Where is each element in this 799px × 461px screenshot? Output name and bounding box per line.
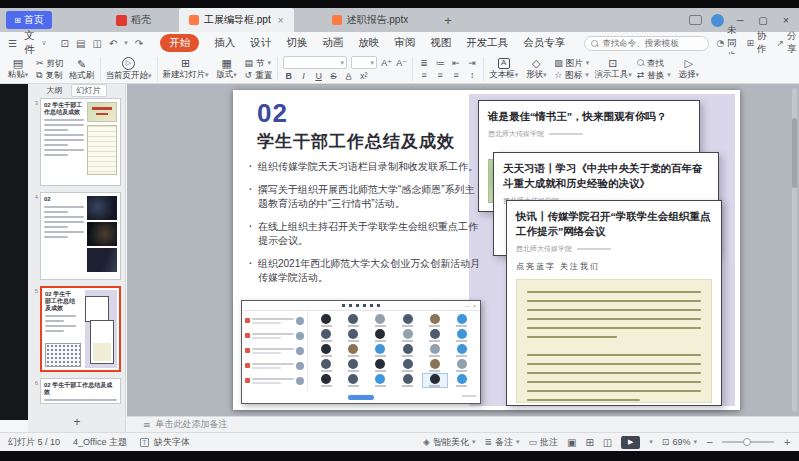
layout-icon: ▦ [221,57,231,69]
italic-button[interactable]: I [298,71,309,81]
preview-icon[interactable]: ◫ [92,38,101,49]
comments-toggle[interactable]: ▭ 批注 [529,436,559,449]
section-button[interactable]: ▤节▾ [245,58,273,68]
picture-button[interactable]: ▨图片▾ [554,58,589,68]
ribbon-tab-devtools[interactable]: 开发工具 [466,36,508,50]
bullet-list-icon[interactable]: ≣ [418,58,430,68]
reset-button[interactable]: ↺重置 [245,70,273,80]
beautify-button[interactable]: ◈ 智能美化▾ [423,436,475,449]
slide-thumbnail[interactable]: 3 02 学生干部工作总结及成效 [29,98,125,186]
select-button[interactable]: ▷ 选择▾ [676,57,702,80]
file-menu[interactable]: 文件 [24,29,35,57]
zoom-out-button[interactable]: − [706,437,714,447]
ribbon-tab-slideshow[interactable]: 放映 [358,36,379,50]
ribbon-tab-transition[interactable]: 切换 [286,36,307,50]
font-size-select[interactable]: ▾ [351,56,377,69]
divider [483,57,484,81]
align-center-icon[interactable]: ≡ [434,70,446,80]
missing-font-warning[interactable]: T 缺失字体 [140,436,190,449]
font-color-icon[interactable]: A̲ [343,71,354,81]
home-tab[interactable]: ⊞ 首页 [6,11,52,29]
command-search[interactable] [584,36,709,51]
font-family-select[interactable]: ▾ [283,56,347,69]
play-from-current-button[interactable]: ▷ 当前页开始▾ [106,57,152,81]
align-left-icon[interactable]: ≡ [418,70,430,80]
group-members-screenshot[interactable]: — × [241,300,481,404]
slide-thumbnail-selected[interactable]: 5 02 学生干部工作总结及成效 [29,286,125,372]
star-icon: ☆ [554,70,562,80]
collaborate-button[interactable]: ⊞ 协作 [747,30,767,56]
strikethrough-button[interactable]: S [328,71,339,81]
increase-indent-icon[interactable]: ⇥ [466,58,478,68]
hamburger-icon[interactable]: ☰ [8,38,17,49]
add-slide-button[interactable]: + [28,414,126,430]
ribbon-tab-home[interactable]: 开始 [160,34,199,52]
text-box-button[interactable]: A 文本框▾ [489,58,518,80]
number-list-icon[interactable]: ≔ [434,58,446,68]
decrease-indent-icon[interactable]: ⇤ [450,58,462,68]
caret-icon[interactable]: ▾ [124,39,128,47]
increase-font-icon[interactable]: A⁺ [381,58,392,68]
current-slide[interactable]: 02 学生干部工作总结及成效 组织传媒学院天天习语栏目录制和收发联系工作。 撰写… [233,90,740,410]
article-card[interactable]: 快讯丨传媒学院召开“学联学生会组织重点工作提示”网络会议 西北师大传媒学院 点亮… [506,200,722,406]
slide-title[interactable]: 学生干部工作总结及成效 [257,130,455,153]
member-badge-icon[interactable] [689,15,702,25]
screenshot-placeholder [45,343,81,367]
select-cursor-icon: ▷ [685,57,693,69]
replace-button[interactable]: ⇄替换▾ [637,70,671,80]
slide-thumbnail[interactable]: 4 02 [29,192,125,280]
ribbon-tab-animation[interactable]: 动画 [322,36,343,50]
new-tab-button[interactable]: + [444,13,452,28]
superscript-icon[interactable]: x² [358,71,369,81]
divider [157,57,158,81]
shape-button[interactable]: ◇ 形状▾ [523,57,549,80]
document-tab[interactable]: 述职报告.pptx [322,8,419,32]
present-tools-button[interactable]: ⊡ 演示工具▾ [594,57,632,80]
layout-button[interactable]: ▦ 版式▾ [214,57,240,80]
zoom-in-button[interactable]: + [783,437,791,447]
ribbon-tab-view[interactable]: 视图 [430,36,451,50]
outline-tab[interactable]: 大纲 [47,85,63,96]
save-icon[interactable]: ⊡ [61,38,69,49]
slide-sorter-view-icon[interactable]: ⊞ [585,437,593,448]
ribbon-tab-review[interactable]: 审阅 [394,36,415,50]
document-tab-active[interactable]: 工展编导框.ppt × [179,8,294,32]
find-button[interactable]: 查找 [637,58,671,68]
paste-button[interactable]: ▤ 粘贴▾ [5,57,31,80]
slides-tab[interactable]: 幻灯片 [71,84,107,97]
normal-view-icon[interactable]: ▣ [567,437,576,448]
vertical-scrollbar[interactable] [792,88,797,412]
decrease-font-icon[interactable]: A⁻ [396,58,407,68]
slide-bullet-list[interactable]: 组织传媒学院天天习语栏目录制和收发联系工作。 撰写关于组织开展西北师范大学“感念… [249,160,483,294]
notes-toggle[interactable]: ≣ 备注▾ [484,436,519,449]
bold-button[interactable]: B [283,71,294,81]
zoom-slider[interactable] [722,441,774,443]
ribbon-tab-insert[interactable]: 插入 [214,36,235,50]
align-right-icon[interactable]: ≡ [450,70,462,80]
slideshow-play-button[interactable]: ▶ [621,436,640,449]
caret-icon[interactable]: ▾ [649,438,653,446]
zoom-level[interactable]: ⊡ 69%▾ [662,437,697,447]
slide-thumbnail[interactable]: 6 02 学生干部工作总结及成效 [29,378,125,404]
reading-view-icon[interactable]: ◫ [603,437,612,448]
theme-label[interactable]: 4_Office 主题 [73,436,127,449]
zoom-slider-knob[interactable] [743,438,751,446]
format-painter-button[interactable]: ✎ 格式刷 [69,58,95,80]
close-tab-icon[interactable]: × [278,15,284,26]
search-input[interactable] [602,38,702,48]
share-button[interactable]: ↗ 分享 [777,30,797,56]
ribbon-tab-member[interactable]: 会员专享 [523,36,565,50]
ribbon-tab-design[interactable]: 设计 [250,36,271,50]
underline-button[interactable]: U [313,71,324,81]
presentation-file-icon [189,15,199,25]
docer-tab[interactable]: 稻壳 [116,13,151,27]
line-spacing-icon[interactable]: ↕ [466,70,478,80]
print-icon[interactable]: ▤ [76,38,85,49]
new-slide-button[interactable]: ⊞ 新建幻灯片▾ [163,57,209,80]
redo-icon[interactable]: ↷ [135,38,143,49]
notes-bar[interactable]: ≡ 单击此处添加备注 [127,416,799,432]
cut-button[interactable]: ✂剪切 [36,58,64,68]
undo-icon[interactable]: ↶ [109,38,117,49]
copy-button[interactable]: ⧉复制 [36,70,64,80]
icon-gallery-button[interactable]: ☆图标▾ [554,70,589,80]
